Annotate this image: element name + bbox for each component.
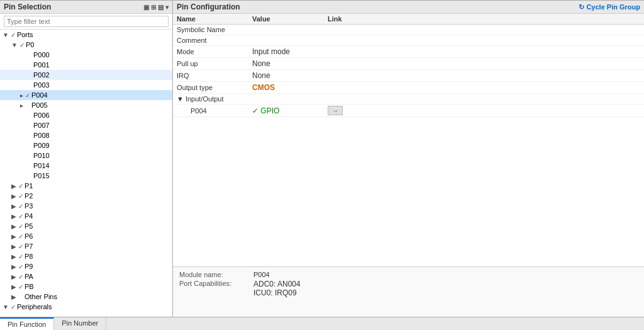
filter-input-container: [0, 14, 172, 30]
tree-item[interactable]: ▶✓P010: [0, 151, 172, 161]
cell-value-td: [248, 35, 324, 46]
tree-item[interactable]: ▸✓P004: [0, 90, 172, 100]
filter-input[interactable]: [4, 16, 169, 27]
cell-link: [324, 70, 374, 82]
tree-item-label: PA: [25, 273, 33, 280]
table-row: Symbolic Name: [173, 25, 644, 35]
module-name-value: P004: [253, 271, 270, 278]
expand-icon[interactable]: ▶: [11, 253, 16, 260]
cell-extra1: [374, 25, 509, 35]
col-header-value: Value: [248, 14, 324, 25]
port-cap-row: Port Capabilities: ADC0: AN004ICU0: IRQ0…: [179, 280, 638, 297]
tree-item[interactable]: ▶✓P3: [0, 201, 172, 211]
tree-item[interactable]: ▶✓P006: [0, 110, 172, 120]
pin-selection-title-label: Pin Selection: [4, 3, 51, 11]
tree-item[interactable]: ▶✓P014: [0, 161, 172, 171]
expand-icon[interactable]: ▶: [11, 193, 16, 200]
tree-item[interactable]: ▶✓P2: [0, 191, 172, 201]
cell-extra2: [509, 105, 645, 117]
tree-item-label: P1: [25, 182, 33, 190]
cell-value-td: Input mode: [248, 46, 324, 58]
icon-grid[interactable]: ▣: [143, 4, 149, 11]
gpio-link-button[interactable]: →: [328, 106, 343, 115]
table-row: Comment: [173, 35, 644, 46]
tree-item[interactable]: ▶✓P007: [0, 120, 172, 130]
expand-icon[interactable]: ▶: [11, 233, 16, 240]
tree-item[interactable]: ▶✓P9: [0, 261, 172, 271]
check-icon: ✓: [18, 193, 23, 200]
cycle-pin-group-button[interactable]: ↻ Cycle Pin Group: [579, 3, 640, 11]
check-icon: ✓: [18, 283, 23, 290]
tree-item[interactable]: ▶✓P003: [0, 80, 172, 90]
config-table-container: Name Value Link Symbolic Name Comment: [173, 14, 644, 266]
module-name-label: Module name:: [179, 271, 248, 278]
expand-icon[interactable]: ▶: [11, 183, 16, 190]
tree-item[interactable]: ▶✓P008: [0, 130, 172, 140]
tree-item[interactable]: ▼✓Ports: [0, 30, 172, 40]
table-row: P004 ✓ GPIO →: [173, 105, 644, 117]
cell-link: [324, 46, 374, 58]
expand-icon[interactable]: ▶: [11, 223, 16, 230]
tree-item[interactable]: ▼✓Peripherals: [0, 302, 172, 312]
tree-item-label: P008: [33, 132, 50, 139]
pin-config-title-label: Pin Configuration: [177, 3, 240, 11]
check-icon: ✓: [18, 213, 23, 220]
bottom-tab[interactable]: Pin Function: [0, 317, 54, 330]
col-header-name: Name: [173, 14, 248, 25]
expand-icon[interactable]: ▼: [3, 31, 9, 38]
expand-icon[interactable]: ▶: [11, 273, 16, 280]
pin-config-header: Pin Configuration ↻ Cycle Pin Group: [173, 1, 644, 14]
check-icon: ✓: [18, 253, 23, 260]
cell-name: P004: [173, 105, 248, 117]
tree-item-label: Ports: [17, 31, 33, 38]
icon-list[interactable]: ▤: [158, 4, 164, 11]
table-row: IRQ None: [173, 70, 644, 82]
tree-item[interactable]: ▶✓Other Pins: [0, 292, 172, 302]
expand-icon[interactable]: ▶: [11, 293, 16, 300]
port-cap-values: ADC0: AN004ICU0: IRQ09: [253, 280, 301, 297]
pin-selection-title-icons: ▣ ⊞ ▤ ▾: [143, 4, 169, 11]
tree-item[interactable]: ▶✓P000: [0, 50, 172, 60]
tree-item[interactable]: ▶✓P7: [0, 241, 172, 251]
tree-item[interactable]: ▶✓P8: [0, 251, 172, 261]
cell-link: [324, 25, 374, 35]
tree-item-label: P004: [31, 91, 48, 99]
tree-item-label: P010: [33, 152, 50, 159]
expand-icon[interactable]: ▼: [11, 42, 18, 48]
tree-item[interactable]: ▶✓P015: [0, 171, 172, 181]
tree-item[interactable]: ▶✓P009: [0, 140, 172, 151]
tree-item[interactable]: ▶✓PB: [0, 282, 172, 292]
pin-config-panel: Pin Configuration ↻ Cycle Pin Group Name…: [173, 1, 644, 317]
tree-item[interactable]: ▼✓P0: [0, 40, 172, 50]
tree-item[interactable]: ▶✓P001: [0, 60, 172, 70]
port-cap-value-item: ADC0: AN004: [253, 280, 301, 288]
tree-item-label: P6: [25, 232, 33, 240]
bottom-tab[interactable]: Pin Number: [54, 317, 106, 330]
expand-icon[interactable]: ▸: [20, 92, 23, 99]
cell-name: Pull up: [173, 58, 248, 70]
icon-menu[interactable]: ▾: [165, 4, 169, 11]
tree-item-label: P5: [25, 222, 33, 230]
expand-icon[interactable]: ▶: [11, 203, 16, 210]
expand-icon[interactable]: ▼: [3, 304, 9, 310]
expand-icon[interactable]: ▶: [11, 263, 16, 270]
tree-item-label: P009: [33, 142, 50, 149]
expand-icon[interactable]: ▶: [11, 213, 16, 220]
cell-extra2: [509, 82, 645, 94]
tree-item[interactable]: ▸✓P005: [0, 100, 172, 110]
col-header-link: Link: [324, 14, 374, 25]
tree-item-label: P002: [33, 71, 50, 79]
expand-icon[interactable]: ▸: [20, 102, 23, 109]
tree-item[interactable]: ▶✓P5: [0, 221, 172, 231]
tree-item[interactable]: ▶✓P4: [0, 211, 172, 221]
tree-item[interactable]: ▶✓P002: [0, 70, 172, 80]
tree-item-label: P000: [33, 51, 50, 59]
tree-item[interactable]: ▶✓PA: [0, 271, 172, 282]
cell-link: [324, 82, 374, 94]
icon-expand[interactable]: ⊞: [151, 4, 156, 11]
cell-value: None: [252, 71, 270, 80]
expand-icon[interactable]: ▶: [11, 243, 16, 250]
tree-item[interactable]: ▶✓P1: [0, 181, 172, 191]
expand-icon[interactable]: ▶: [11, 283, 16, 290]
tree-item[interactable]: ▶✓P6: [0, 231, 172, 241]
